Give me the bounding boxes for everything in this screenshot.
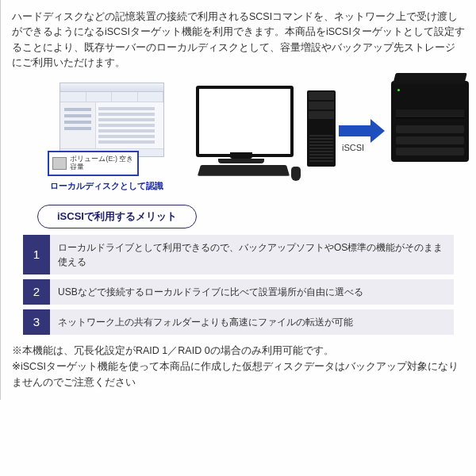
callout-caption: ローカルディスクとして認識 xyxy=(50,179,163,193)
benefit-text: ローカルドライブとして利用できるので、バックアップソフトやOS標準の機能がそのま… xyxy=(50,235,454,274)
monitor-icon xyxy=(196,86,294,157)
benefit-text: ネットワーク上の共有フォルダーよりも高速にファイルの転送が可能 xyxy=(50,309,454,335)
intro-paragraph: ハードディスクなどの記憶装置の接続で利用されるSCSIコマンドを、ネットワーク上… xyxy=(12,10,465,71)
monitor-stand xyxy=(230,152,252,159)
benefit-number: 2 xyxy=(23,279,50,305)
benefits-list: 1 ローカルドライブとして利用できるので、バックアップソフトやOS標準の機能がそ… xyxy=(23,235,454,335)
benefit-row: 2 USBなどで接続するローカルドライブに比べて設置場所が自由に選べる xyxy=(23,279,454,305)
keyboard-icon xyxy=(198,165,290,176)
mouse-icon xyxy=(291,167,301,181)
pc-tower-icon xyxy=(307,90,336,167)
iscsi-diagram: ボリューム(E:) 空き容量 ローカルディスクとして認識 iSCSI xyxy=(12,79,465,198)
drive-icon xyxy=(52,157,67,170)
benefits-heading: iSCSIで利用するメリット xyxy=(37,205,197,228)
benefit-row: 3 ネットワーク上の共有フォルダーよりも高速にファイルの転送が可能 xyxy=(23,309,454,335)
footnotes: ※本機能は、冗長化設定がRAID 1／RAID 0の場合のみ利用可能です。 ※i… xyxy=(12,343,465,390)
benefit-number: 3 xyxy=(23,309,50,335)
footnote-line: ※本機能は、冗長化設定がRAID 1／RAID 0の場合のみ利用可能です。 xyxy=(12,343,465,359)
footnote-line: ※iSCSIターゲット機能を使って本商品に作成した仮想ディスクデータはバックアッ… xyxy=(12,359,465,390)
disk-management-window xyxy=(60,83,164,157)
callout-text: ボリューム(E:) 空き容量 xyxy=(70,155,134,171)
arrow-label: iSCSI xyxy=(342,141,364,155)
benefit-number: 1 xyxy=(23,235,50,274)
benefit-text: USBなどで接続するローカルドライブに比べて設置場所が自由に選べる xyxy=(50,279,454,305)
local-disk-callout: ボリューム(E:) 空き容量 xyxy=(48,151,139,176)
arrow-icon xyxy=(339,119,385,143)
monitor-base xyxy=(218,159,264,163)
benefit-row: 1 ローカルドライブとして利用できるので、バックアップソフトやOS標準の機能がそ… xyxy=(23,235,454,274)
nas-device-icon xyxy=(391,81,469,162)
